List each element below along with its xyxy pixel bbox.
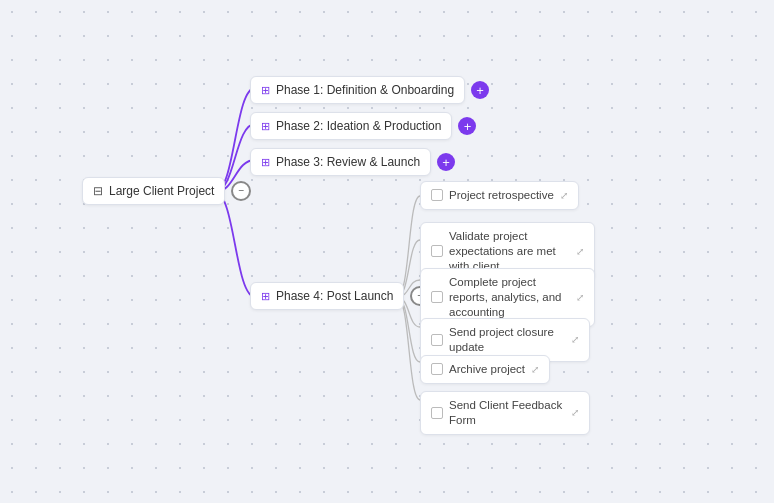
task5-box[interactable]: Archive project ⤢: [420, 355, 550, 384]
task5-expand-icon[interactable]: ⤢: [531, 364, 539, 375]
task5-node: Archive project ⤢: [420, 355, 550, 384]
task3-expand-icon[interactable]: ⤢: [576, 292, 584, 303]
grid-icon: ⊞: [261, 290, 270, 303]
task4-checkbox[interactable]: [431, 334, 443, 346]
grid-icon: ⊞: [261, 84, 270, 97]
task6-node: Send Client Feedback Form ⤢: [420, 391, 590, 435]
task3-checkbox[interactable]: [431, 291, 443, 303]
task4-label: Send project closure update: [449, 325, 565, 355]
task2-checkbox[interactable]: [431, 245, 443, 257]
folder-icon: ⊟: [93, 184, 103, 198]
phase2-node: ⊞ Phase 2: Ideation & Production +: [250, 112, 476, 140]
grid-icon: ⊞: [261, 120, 270, 133]
grid-icon: ⊞: [261, 156, 270, 169]
task1-label: Project retrospective: [449, 188, 554, 203]
phase2-box[interactable]: ⊞ Phase 2: Ideation & Production: [250, 112, 452, 140]
task6-label: Send Client Feedback Form: [449, 398, 565, 428]
task3-label: Complete project reports, analytics, and…: [449, 275, 570, 320]
phase2-add-button[interactable]: +: [458, 117, 476, 135]
phase1-node: ⊞ Phase 1: Definition & Onboarding +: [250, 76, 489, 104]
task5-checkbox[interactable]: [431, 363, 443, 375]
phase2-label: Phase 2: Ideation & Production: [276, 119, 441, 133]
phase3-box[interactable]: ⊞ Phase 3: Review & Launch: [250, 148, 431, 176]
root-circle[interactable]: −: [231, 181, 251, 201]
phase3-add-button[interactable]: +: [437, 153, 455, 171]
phase4-box[interactable]: ⊞ Phase 4: Post Launch: [250, 282, 404, 310]
root-node: ⊟ Large Client Project −: [82, 177, 251, 205]
root-box[interactable]: ⊟ Large Client Project: [82, 177, 225, 205]
phase1-label: Phase 1: Definition & Onboarding: [276, 83, 454, 97]
task1-checkbox[interactable]: [431, 189, 443, 201]
phase1-add-button[interactable]: +: [471, 81, 489, 99]
task1-box[interactable]: Project retrospective ⤢: [420, 181, 579, 210]
task6-box[interactable]: Send Client Feedback Form ⤢: [420, 391, 590, 435]
task6-expand-icon[interactable]: ⤢: [571, 407, 579, 418]
phase3-label: Phase 3: Review & Launch: [276, 155, 420, 169]
task2-expand-icon[interactable]: ⤢: [576, 246, 584, 257]
task4-expand-icon[interactable]: ⤢: [571, 334, 579, 345]
phase1-box[interactable]: ⊞ Phase 1: Definition & Onboarding: [250, 76, 465, 104]
phase4-label: Phase 4: Post Launch: [276, 289, 393, 303]
task1-node: Project retrospective ⤢: [420, 181, 579, 210]
phase3-node: ⊞ Phase 3: Review & Launch +: [250, 148, 455, 176]
task1-expand-icon[interactable]: ⤢: [560, 190, 568, 201]
root-label: Large Client Project: [109, 184, 214, 198]
task5-label: Archive project: [449, 362, 525, 377]
phase4-node: ⊞ Phase 4: Post Launch −: [250, 282, 430, 310]
task6-checkbox[interactable]: [431, 407, 443, 419]
